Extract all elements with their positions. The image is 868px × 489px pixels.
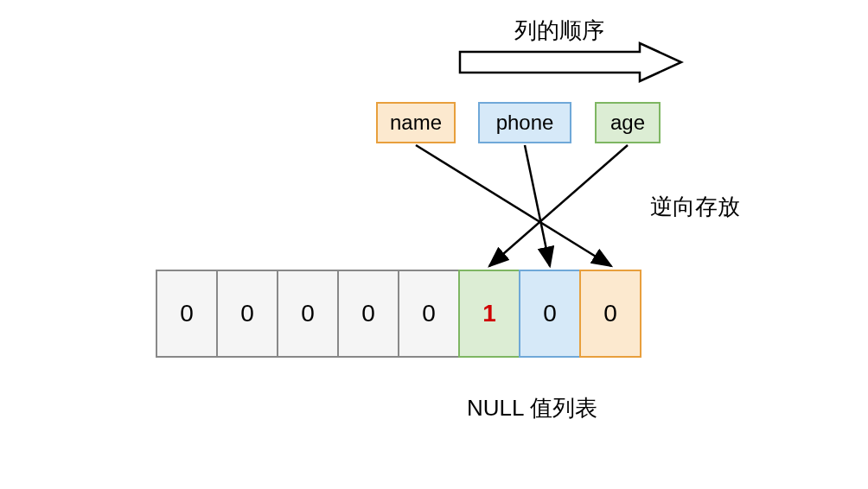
label-reverse-storage: 逆向存放 xyxy=(650,192,740,222)
column-box-phone: phone xyxy=(478,102,571,143)
arrows-crossing xyxy=(0,0,868,489)
bit-cell-5: 1 xyxy=(458,270,520,358)
bit-cell-0: 0 xyxy=(156,270,218,358)
bit-cell-7: 0 xyxy=(579,270,641,358)
bit-cell-4: 0 xyxy=(398,270,460,358)
bit-cell-3: 0 xyxy=(337,270,399,358)
bit-cell-2: 0 xyxy=(277,270,339,358)
arrow-right-icon xyxy=(458,41,683,83)
bit-row: 0 0 0 0 0 1 0 0 xyxy=(156,270,641,358)
bit-cell-1: 0 xyxy=(216,270,278,358)
column-box-name: name xyxy=(376,102,456,143)
diagram-container: 列的顺序 name phone age 逆向存放 0 0 0 0 0 1 0 0… xyxy=(0,0,868,489)
bit-value-highlight: 1 xyxy=(482,300,496,327)
svg-line-1 xyxy=(416,145,611,266)
label-null-list: NULL 值列表 xyxy=(467,393,597,423)
svg-line-2 xyxy=(525,145,550,266)
svg-line-3 xyxy=(489,145,628,266)
bit-cell-6: 0 xyxy=(519,270,581,358)
column-box-age: age xyxy=(595,102,661,143)
